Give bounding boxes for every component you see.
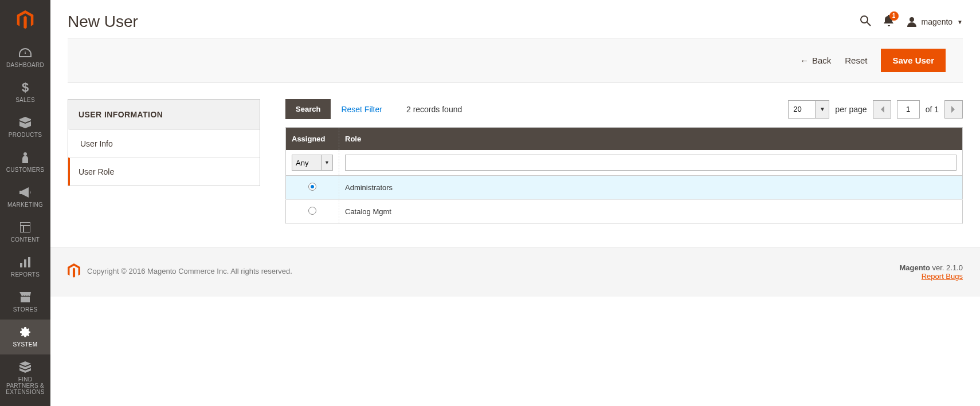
role-radio[interactable] — [308, 183, 316, 191]
sidebar-item-dashboard[interactable]: DASHBOARD — [0, 40, 50, 75]
role-cell: Administrators — [339, 176, 963, 200]
next-page-button[interactable] — [944, 100, 963, 119]
assigned-filter-select[interactable]: Any — [292, 155, 322, 171]
roles-grid-area: Search Reset Filter 2 records found 20 ▼… — [285, 99, 963, 224]
save-user-button[interactable]: Save User — [881, 49, 946, 72]
role-cell: Catalog Mgmt — [339, 200, 963, 224]
sidebar-label: CONTENT — [11, 236, 40, 243]
role-radio[interactable] — [308, 207, 316, 215]
sidebar-item-marketing[interactable]: MARKETING — [0, 180, 50, 215]
dollar-icon: $ — [22, 81, 29, 94]
role-filter-input[interactable] — [345, 155, 957, 171]
sidebar-item-content[interactable]: CONTENT — [0, 215, 50, 250]
sidebar-label: DASHBOARD — [6, 62, 44, 68]
records-found: 2 records found — [406, 105, 462, 114]
notifications-badge: 1 — [889, 11, 899, 21]
grid-toolbar: Search Reset Filter 2 records found 20 ▼… — [285, 99, 963, 119]
copyright: Copyright © 2016 Magento Commerce Inc. A… — [87, 267, 292, 275]
page-footer: Copyright © 2016 Magento Commerce Inc. A… — [50, 247, 980, 297]
per-page-select[interactable]: 20 ▼ — [788, 100, 829, 119]
dashboard-icon — [19, 46, 32, 60]
notifications-icon[interactable]: 1 — [884, 15, 894, 29]
account-name: magento — [922, 17, 952, 26]
bar-chart-icon — [20, 255, 30, 269]
sidebar-label: REPORTS — [11, 271, 40, 278]
svg-rect-4 — [20, 263, 22, 267]
svg-point-9 — [910, 17, 914, 22]
box-icon — [19, 116, 31, 129]
assigned-filter[interactable]: Any ▼ — [292, 155, 333, 171]
person-icon — [21, 151, 29, 164]
sidebar-item-sales[interactable]: $ SALES — [0, 75, 50, 110]
sidebar-label: SALES — [15, 97, 35, 103]
chevron-down-icon: ▼ — [816, 100, 829, 119]
search-button[interactable]: Search — [285, 99, 331, 119]
magento-logo-small — [68, 263, 80, 278]
svg-rect-1 — [20, 222, 30, 232]
per-page-label: per page — [835, 105, 867, 114]
header-actions: 1 magento ▼ — [860, 15, 963, 29]
sidebar-item-products[interactable]: PRODUCTS — [0, 110, 50, 145]
per-page-value[interactable]: 20 — [788, 100, 816, 119]
sidebar-item-reports[interactable]: REPORTS — [0, 250, 50, 285]
svg-line-8 — [867, 22, 871, 26]
layout-icon — [20, 220, 30, 234]
tab-user-role[interactable]: User Role — [68, 157, 260, 186]
reset-label: Reset — [845, 56, 867, 65]
page-header: New User 1 magento ▼ — [50, 0, 980, 38]
sidebar-item-stores[interactable]: STORES — [0, 285, 50, 297]
back-label: Back — [812, 56, 831, 65]
action-bar: ← Back Reset Save User — [68, 38, 963, 83]
sidebar-label: CUSTOMERS — [6, 167, 44, 173]
chevron-down-icon: ▼ — [957, 19, 963, 25]
of-label: of 1 — [926, 105, 939, 114]
user-icon — [907, 17, 917, 27]
svg-point-7 — [861, 16, 868, 23]
back-button[interactable]: ← Back — [800, 56, 831, 65]
version-prefix: Magento — [899, 263, 930, 272]
version: ver. 2.1.0 — [930, 263, 963, 272]
roles-table: Assigned Role Any ▼ — [285, 127, 963, 224]
current-page-input[interactable] — [897, 100, 920, 119]
sidebar-item-customers[interactable]: CUSTOMERS — [0, 145, 50, 180]
reset-filter-link[interactable]: Reset Filter — [341, 105, 382, 114]
admin-sidebar: DASHBOARD $ SALES PRODUCTS CUSTOMERS MAR… — [0, 0, 50, 297]
svg-rect-6 — [28, 257, 30, 267]
sidebar-label: MARKETING — [7, 202, 43, 208]
table-row[interactable]: Administrators — [286, 176, 963, 200]
magento-logo[interactable] — [0, 0, 50, 40]
col-assigned[interactable]: Assigned — [286, 128, 339, 151]
search-icon[interactable] — [860, 15, 871, 29]
arrow-left-icon: ← — [800, 56, 809, 65]
tab-user-info[interactable]: User Info — [68, 129, 260, 157]
chevron-left-icon — [880, 106, 884, 113]
sidebar-label: PRODUCTS — [9, 132, 42, 138]
chevron-right-icon — [951, 106, 956, 113]
panel-title: USER INFORMATION — [68, 100, 260, 129]
account-menu[interactable]: magento ▼ — [907, 17, 963, 27]
tab-label: User Info — [80, 139, 113, 148]
col-role[interactable]: Role — [339, 128, 963, 151]
storefront-icon — [19, 290, 31, 297]
chevron-down-icon: ▼ — [322, 155, 333, 171]
user-information-panel: USER INFORMATION User Info User Role — [68, 99, 260, 186]
reset-button[interactable]: Reset — [845, 56, 867, 65]
svg-point-0 — [23, 152, 27, 156]
megaphone-icon — [19, 186, 31, 199]
table-row[interactable]: Catalog Mgmt — [286, 200, 963, 224]
page-title: New User — [68, 13, 138, 31]
svg-rect-5 — [24, 259, 26, 267]
tab-label: User Role — [79, 167, 114, 176]
prev-page-button[interactable] — [873, 100, 891, 119]
report-bugs-link[interactable]: Report Bugs — [922, 272, 963, 281]
